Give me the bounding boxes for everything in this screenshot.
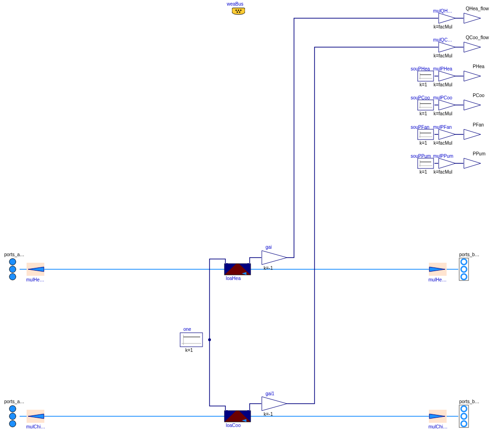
- mulHeaIn-label: mulHe…: [26, 277, 44, 282]
- mulChiOut[interactable]: [428, 409, 447, 423]
- mulQC-k: k=facMul: [434, 53, 452, 58]
- svg-marker-79: [262, 397, 287, 411]
- mulHeaOut[interactable]: [428, 262, 447, 276]
- gai-k: k=-1: [264, 266, 273, 271]
- svg-point-15: [240, 10, 242, 11]
- loaCoo-block[interactable]: [224, 410, 251, 422]
- svg-point-61: [461, 259, 467, 265]
- svg-marker-32: [439, 100, 455, 110]
- svg-marker-20: [439, 42, 455, 52]
- mulPFan-k: k=facMul: [434, 140, 452, 146]
- svg-marker-45: [464, 158, 481, 168]
- one-k: k=1: [185, 348, 193, 353]
- svg-marker-27: [464, 71, 481, 81]
- ports-b-heating[interactable]: [458, 257, 469, 281]
- svg-point-17: [239, 12, 240, 13]
- out-PFan[interactable]: [463, 129, 481, 140]
- svg-point-69: [9, 413, 16, 420]
- one-label: one: [183, 327, 191, 332]
- const-souPPum[interactable]: [417, 158, 434, 169]
- PFan-label: PFan: [473, 122, 484, 127]
- svg-marker-33: [464, 100, 481, 110]
- mulHeaIn[interactable]: [26, 262, 45, 276]
- svg-point-16: [237, 12, 238, 13]
- gai-block[interactable]: [261, 250, 287, 265]
- svg-point-14: [238, 10, 239, 11]
- svg-point-46: [9, 259, 16, 265]
- gain-mulPPum[interactable]: [438, 158, 456, 169]
- svg-marker-38: [439, 129, 455, 140]
- gain-mulQC[interactable]: [438, 42, 456, 53]
- svg-point-84: [461, 413, 467, 419]
- gain-mulPFan[interactable]: [438, 129, 456, 140]
- loaCoo-label: loaCoo: [226, 423, 241, 428]
- QHea-label: QHea_flow: [466, 6, 489, 11]
- mulQH-k: k=facMul: [434, 24, 452, 29]
- mulPCoo-k: k=facMul: [434, 111, 452, 116]
- souPFan-k: k=1: [420, 140, 427, 146]
- svg-marker-21: [464, 42, 481, 52]
- ports-a-heating-label: ports_a…: [4, 252, 24, 257]
- mulChiOut-label: mulChi…: [428, 424, 448, 429]
- weabus-icon[interactable]: [232, 7, 245, 15]
- mulHeaOut-label: mulHe…: [428, 277, 447, 282]
- souPCoo-k: k=1: [420, 111, 427, 116]
- mulChiIn-label: mulChi…: [26, 424, 45, 429]
- svg-marker-19: [464, 13, 481, 23]
- gai1-block[interactable]: [261, 396, 287, 411]
- out-PHea[interactable]: [463, 70, 481, 82]
- gain-mulPHea[interactable]: [438, 70, 456, 82]
- gain-mulPCoo[interactable]: [438, 99, 456, 111]
- ports-a-heating[interactable]: [7, 257, 18, 281]
- PPum-label: PPum: [473, 151, 485, 156]
- diagram-canvas: weaBus mulQH… k=facMul QHea_flow mulQC… …: [0, 0, 497, 448]
- PHea-label: PHea: [473, 64, 484, 69]
- out-PCoo[interactable]: [463, 99, 481, 111]
- souPPum-k: k=1: [420, 169, 427, 175]
- svg-point-62: [461, 266, 467, 272]
- svg-marker-44: [439, 158, 455, 168]
- svg-point-13: [236, 10, 237, 11]
- loaHea-block[interactable]: [224, 263, 251, 275]
- mulPPum-k: k=facMul: [434, 169, 452, 175]
- svg-point-85: [461, 421, 467, 427]
- gai1-k: k=-1: [264, 412, 273, 417]
- weabus-label: weaBus: [227, 1, 244, 7]
- mulPHea-k: k=facMul: [434, 82, 452, 87]
- out-QHea[interactable]: [463, 13, 481, 24]
- svg-marker-18: [439, 13, 455, 23]
- QCoo-label: QCoo_flow: [466, 35, 489, 40]
- svg-marker-57: [262, 251, 287, 265]
- gain-mulQH[interactable]: [438, 13, 456, 24]
- ports-a-cooling[interactable]: [7, 404, 18, 428]
- gai-label: gai: [266, 245, 272, 250]
- ports-b-heating-label: ports_b…: [459, 252, 479, 257]
- out-QCoo[interactable]: [463, 42, 481, 53]
- const-souPHea[interactable]: [417, 70, 434, 82]
- ports-b-cooling[interactable]: [458, 404, 469, 428]
- svg-marker-26: [439, 71, 455, 81]
- one-block[interactable]: [180, 332, 203, 347]
- svg-point-48: [9, 273, 16, 280]
- svg-point-68: [9, 406, 16, 412]
- ports-b-cooling-label: ports_b…: [459, 399, 479, 404]
- mulChiIn[interactable]: [26, 409, 45, 423]
- const-souPCoo[interactable]: [417, 99, 434, 111]
- svg-point-47: [9, 266, 16, 273]
- out-PPum[interactable]: [463, 158, 481, 169]
- svg-marker-39: [464, 129, 481, 140]
- svg-point-63: [461, 274, 467, 280]
- loaHea-label: loaHea: [226, 276, 241, 281]
- souPHea-k: k=1: [420, 82, 427, 87]
- ports-a-cooling-label: ports_a…: [4, 399, 24, 404]
- PCoo-label: PCoo: [473, 93, 484, 98]
- gai1-label: gai1: [266, 391, 274, 396]
- svg-point-70: [9, 420, 16, 427]
- svg-point-83: [461, 406, 467, 412]
- const-souPFan[interactable]: [417, 129, 434, 140]
